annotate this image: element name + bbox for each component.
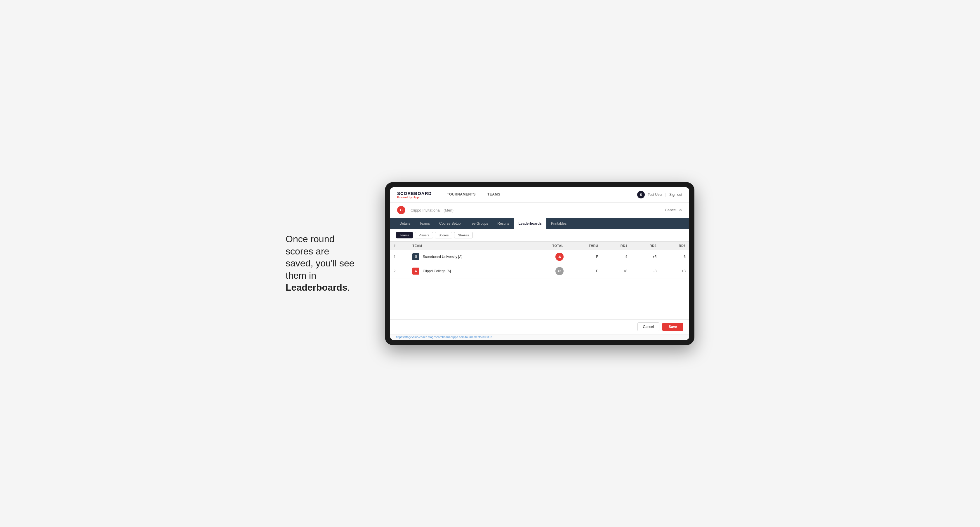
tab-teams[interactable]: Teams	[415, 218, 434, 229]
tab-tee-groups[interactable]: Tee Groups	[465, 218, 493, 229]
nav-items: TOURNAMENTS TEAMS	[441, 187, 637, 203]
table-header-row: # TEAM TOTAL THRU RD1 RD2 RD3	[390, 241, 689, 250]
tablet-screen: SCOREBOARD Powered by clippd TOURNAMENTS…	[390, 187, 689, 340]
footer: Cancel Save	[390, 319, 689, 334]
col-rd1: RD1	[601, 241, 631, 250]
team-name-text: Clippd College [A]	[423, 269, 451, 273]
col-total: TOTAL	[529, 241, 567, 250]
col-thru: THRU	[567, 241, 602, 250]
sign-out-link[interactable]: Sign out	[669, 193, 682, 197]
left-line1: Once round	[286, 234, 334, 244]
tournament-header: C Clippd Invitational (Men) Cancel ✕	[390, 203, 689, 218]
leaderboard-table: # TEAM TOTAL THRU RD1 RD2 RD3 1 S Scoreb…	[390, 241, 689, 278]
cell-team: C Clippd College [A]	[409, 264, 529, 278]
tournament-logo: C	[397, 206, 405, 214]
user-avatar: S	[637, 191, 645, 198]
cell-thru: F	[567, 250, 602, 264]
url-bar: https://stage-blue-coach.stagescoreboard…	[390, 334, 689, 340]
cell-rank: 2	[390, 264, 409, 278]
filter-scores[interactable]: Scores	[435, 232, 452, 238]
filter-players[interactable]: Players	[415, 232, 433, 238]
left-description: Once round scores are saved, you'll see …	[286, 233, 368, 294]
table-spacer	[390, 278, 689, 319]
url-text: https://stage-blue-coach.stagescoreboard…	[396, 336, 492, 339]
tab-results[interactable]: Results	[493, 218, 514, 229]
col-rd3: RD3	[660, 241, 689, 250]
team-logo: S	[412, 253, 419, 260]
table-row: 1 S Scoreboard University [A] -5 F -4 +5…	[390, 250, 689, 264]
cell-rd2: +5	[631, 250, 660, 264]
col-team: TEAM	[409, 241, 529, 250]
cell-rd3: +3	[660, 264, 689, 278]
cell-thru: F	[567, 264, 602, 278]
left-line2: scores are	[286, 246, 329, 257]
team-logo: C	[412, 268, 419, 275]
separator: |	[665, 193, 667, 197]
left-line5-bold: Leaderboards	[286, 282, 347, 293]
logo-area: SCOREBOARD Powered by clippd	[397, 191, 431, 199]
team-name-text: Scoreboard University [A]	[423, 255, 463, 259]
tab-leaderboards[interactable]: Leaderboards	[514, 218, 546, 229]
tab-course-setup[interactable]: Course Setup	[434, 218, 465, 229]
cell-team: S Scoreboard University [A]	[409, 250, 529, 264]
cell-total: -5	[529, 250, 567, 264]
col-rank: #	[390, 241, 409, 250]
left-line3: saved, you'll see	[286, 258, 355, 268]
logo-title: SCOREBOARD	[397, 191, 431, 196]
cell-total: +3	[529, 264, 567, 278]
filter-bar: Teams Players Scores Strokes	[390, 229, 689, 241]
score-badge: -5	[555, 253, 563, 261]
left-line4: them in	[286, 270, 316, 281]
nav-right: S Test User | Sign out	[637, 191, 682, 198]
header-cancel-button[interactable]: Cancel ✕	[665, 208, 682, 212]
cell-rd1: -4	[601, 250, 631, 264]
filter-teams[interactable]: Teams	[396, 232, 413, 238]
tab-printables[interactable]: Printables	[546, 218, 571, 229]
logo-sub: Powered by clippd	[397, 196, 431, 199]
tab-bar: Details Teams Course Setup Tee Groups Re…	[390, 218, 689, 229]
save-button[interactable]: Save	[662, 323, 683, 331]
close-icon: ✕	[679, 208, 682, 212]
cell-rd3: -6	[660, 250, 689, 264]
cell-rd1: +8	[601, 264, 631, 278]
cancel-button[interactable]: Cancel	[638, 322, 659, 331]
tournament-name: Clippd Invitational (Men)	[409, 208, 453, 213]
tablet-frame: SCOREBOARD Powered by clippd TOURNAMENTS…	[385, 182, 694, 345]
left-line5-end: .	[347, 282, 350, 293]
tab-details[interactable]: Details	[395, 218, 415, 229]
cell-rd2: -8	[631, 264, 660, 278]
nav-item-tournaments[interactable]: TOURNAMENTS	[441, 187, 482, 203]
col-rd2: RD2	[631, 241, 660, 250]
table-row: 2 C Clippd College [A] +3 F +8 -8 +3	[390, 264, 689, 278]
filter-strokes[interactable]: Strokes	[454, 232, 473, 238]
nav-item-teams[interactable]: TEAMS	[482, 187, 506, 203]
top-nav: SCOREBOARD Powered by clippd TOURNAMENTS…	[390, 187, 689, 203]
user-name: Test User	[648, 193, 663, 197]
score-badge: +3	[555, 267, 563, 275]
cell-rank: 1	[390, 250, 409, 264]
